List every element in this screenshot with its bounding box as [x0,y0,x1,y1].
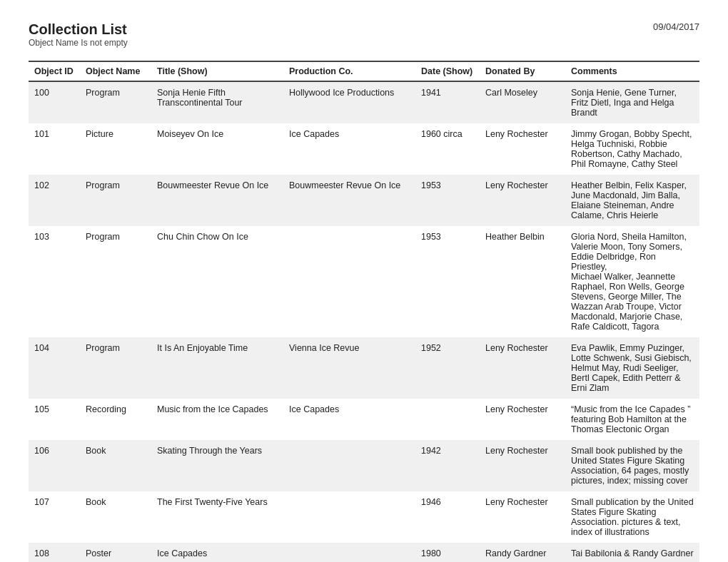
cell-donated: Randy Gardner [480,543,565,562]
cell-date: 1952 [415,337,480,399]
cell-comments: Small book published by the United State… [565,440,699,491]
cell-date [415,399,480,440]
col-header-prod: Production Co. [283,61,415,81]
col-header-comments: Comments [565,61,699,81]
cell-comments: “Music from the Ice Capades ” featuring … [565,399,699,440]
cell-comments: Tai Babilonia & Randy Gardner [565,543,699,562]
cell-prod: Hollywood Ice Productions [283,81,415,123]
page-title: Collection List [29,21,128,38]
col-header-name: Object Name [80,61,151,81]
table-row: 100ProgramSonja Henie Fifth Transcontine… [29,81,699,123]
cell-name: Poster [80,543,151,562]
cell-title: Ice Capades [151,543,283,562]
cell-date: 1953 [415,175,480,226]
cell-donated: Leny Rochester [480,123,565,175]
cell-prod: Ice Capades [283,399,415,440]
cell-name: Program [80,337,151,399]
cell-comments: Heather Belbin, Felix Kasper, June Macdo… [565,175,699,226]
cell-prod: Vienna Ice Revue [283,337,415,399]
cell-date: 1946 [415,491,480,543]
col-header-title: Title (Show) [151,61,283,81]
cell-id: 106 [29,440,80,491]
cell-donated: Heather Belbin [480,226,565,337]
cell-id: 102 [29,175,80,226]
cell-name: Program [80,175,151,226]
cell-name: Picture [80,123,151,175]
cell-donated: Carl Moseley [480,81,565,123]
cell-comments: Jimmy Grogan, Bobby Specht, Helga Tuchni… [565,123,699,175]
cell-comments: Gloria Nord, Sheila Hamilton, Valerie Mo… [565,226,699,337]
cell-comments: Eva Pawlik, Emmy Puzinger, Lotte Schwenk… [565,337,699,399]
col-header-donated: Donated By [480,61,565,81]
cell-id: 104 [29,337,80,399]
cell-title: Moiseyev On Ice [151,123,283,175]
cell-id: 108 [29,543,80,562]
cell-date: 1953 [415,226,480,337]
table-row: 104ProgramIt Is An Enjoyable TimeVienna … [29,337,699,399]
cell-prod: Bouwmeester Revue On Ice [283,175,415,226]
col-header-date: Date (Show) [415,61,480,81]
table-row: 103ProgramChu Chin Chow On Ice1953Heathe… [29,226,699,337]
cell-name: Program [80,81,151,123]
cell-donated: Leny Rochester [480,337,565,399]
cell-donated: Leny Rochester [480,440,565,491]
table-row: 105RecordingMusic from the Ice CapadesIc… [29,399,699,440]
cell-donated: Leny Rochester [480,399,565,440]
page-subtitle: Object Name Is not empty [29,38,128,48]
table-row: 102ProgramBouwmeester Revue On IceBouwme… [29,175,699,226]
cell-prod [283,491,415,543]
collection-table: Object ID Object Name Title (Show) Produ… [29,61,699,562]
cell-name: Book [80,491,151,543]
cell-name: Book [80,440,151,491]
cell-date: 1980 [415,543,480,562]
cell-donated: Leny Rochester [480,175,565,226]
cell-title: Music from the Ice Capades [151,399,283,440]
cell-title: Bouwmeester Revue On Ice [151,175,283,226]
col-header-id: Object ID [29,61,80,81]
table-row: 107BookThe First Twenty-Five Years1946Le… [29,491,699,543]
cell-id: 105 [29,399,80,440]
cell-name: Recording [80,399,151,440]
cell-title: The First Twenty-Five Years [151,491,283,543]
cell-title: It Is An Enjoyable Time [151,337,283,399]
cell-title: Sonja Henie Fifth Transcontinental Tour [151,81,283,123]
cell-date: 1960 circa [415,123,480,175]
cell-comments: Sonja Henie, Gene Turner, Fritz Dietl, I… [565,81,699,123]
table-row: 106BookSkating Through the Years1942Leny… [29,440,699,491]
cell-id: 100 [29,81,80,123]
page-header: Collection List Object Name Is not empty… [29,21,699,58]
cell-donated: Leny Rochester [480,491,565,543]
page-date: 09/04/2017 [653,21,699,32]
cell-name: Program [80,226,151,337]
cell-prod [283,440,415,491]
cell-id: 107 [29,491,80,543]
cell-date: 1942 [415,440,480,491]
table-row: 108PosterIce Capades1980Randy GardnerTai… [29,543,699,562]
table-row: 101PictureMoiseyev On IceIce Capades1960… [29,123,699,175]
cell-prod [283,226,415,337]
table-header-row: Object ID Object Name Title (Show) Produ… [29,61,699,81]
cell-title: Skating Through the Years [151,440,283,491]
cell-prod [283,543,415,562]
cell-title: Chu Chin Chow On Ice [151,226,283,337]
cell-prod: Ice Capades [283,123,415,175]
cell-id: 103 [29,226,80,337]
cell-comments: Small publication by the United States F… [565,491,699,543]
cell-date: 1941 [415,81,480,123]
cell-id: 101 [29,123,80,175]
